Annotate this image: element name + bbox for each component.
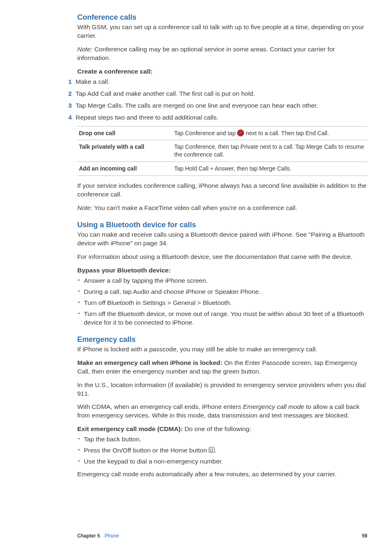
- list-item: Use the keypad to dial a non-emergency n…: [77, 457, 367, 466]
- list-item: During a call, tap Audio and choose iPho…: [77, 288, 367, 296]
- table-cell-left: Add an incoming call: [77, 162, 173, 176]
- heading-bluetooth: Using a Bluetooth device for calls: [77, 220, 367, 230]
- step-number: 2: [68, 90, 76, 98]
- end-call-icon: [237, 129, 244, 136]
- table-row: Drop one call Tap Conference and tap nex…: [77, 126, 367, 140]
- table-row: Talk privately with a call Tap Conferenc…: [77, 140, 367, 162]
- step-text: Tap Add Call and make another call. The …: [76, 90, 255, 97]
- exit-emergency-list: Tap the back button. Press the On/Off bu…: [77, 435, 367, 466]
- create-conference-label: Create a conference call:: [77, 67, 367, 76]
- bullet-text: Press the On/Off button or the Home butt…: [84, 447, 209, 454]
- conference-steps-list: 1Make a call. 2Tap Add Call and make ano…: [77, 78, 367, 122]
- list-item: Tap the back button.: [77, 435, 367, 444]
- bypass-bluetooth-label: Bypass your Bluetooth device:: [77, 266, 367, 275]
- step-text: Repeat steps two and three to add additi…: [76, 114, 218, 121]
- list-item: Turn off Bluetooth in Settings > General…: [77, 299, 367, 307]
- heading-conference-calls: Conference calls: [77, 12, 367, 22]
- table-cell-left: Talk privately with a call: [77, 140, 173, 162]
- bullet-text: During a call, tap Audio and choose iPho…: [84, 288, 261, 295]
- paragraph-text: Do one of the following:: [184, 425, 251, 432]
- note-text: You can't make a FaceTime video call whe…: [94, 204, 297, 211]
- table-row: Add an incoming call Tap Hold Call + Ans…: [77, 162, 367, 176]
- step-number: 4: [68, 113, 76, 122]
- table-cell-right: Tap Conference and tap next to a call. T…: [173, 126, 367, 140]
- bluetooth-bypass-list: Answer a call by tapping the iPhone scre…: [77, 277, 367, 327]
- step-number: 3: [68, 101, 76, 110]
- make-emergency-label: Make an emergency call when iPhone is lo…: [77, 359, 222, 366]
- bullet-text: Turn off Bluetooth in Settings > General…: [84, 299, 231, 306]
- paragraph: With CDMA, when an emergency call ends, …: [77, 403, 367, 420]
- bullet-text: Use the keypad to dial a non-emergency n…: [84, 458, 223, 465]
- cell-text: Tap Conference and tap: [174, 130, 237, 136]
- paragraph: For information about using a Bluetooth …: [77, 253, 367, 261]
- list-item: Answer a call by tapping the iPhone scre…: [77, 277, 367, 285]
- home-button-icon: [209, 447, 214, 453]
- note-text: Conference calling may be an optional se…: [77, 46, 335, 61]
- list-item: 4Repeat steps two and three to add addit…: [68, 113, 367, 122]
- paragraph: Emergency call mode ends automatically a…: [77, 470, 367, 479]
- paragraph-text: With CDMA, when an emergency call ends, …: [77, 403, 243, 410]
- paragraph: In the U.S., location information (if av…: [77, 381, 367, 398]
- list-item: 1Make a call.: [68, 78, 367, 86]
- paragraph: Make an emergency call when iPhone is lo…: [77, 359, 367, 376]
- cell-text: next to a call. Then tap End Call.: [244, 130, 329, 136]
- list-item: Press the On/Off button or the Home butt…: [77, 446, 367, 455]
- note-paragraph: Note: Conference calling may be an optio…: [77, 45, 367, 62]
- note-label: Note:: [77, 46, 92, 53]
- note-label: Note:: [77, 204, 92, 211]
- page-footer: Chapter 5 Phone 59: [77, 533, 367, 539]
- footer-page-number: 59: [362, 533, 367, 539]
- exit-emergency-label: Exit emergency call mode (CDMA):: [77, 425, 183, 432]
- step-number: 1: [68, 78, 76, 86]
- table-cell-right: Tap Conference, then tap Private next to…: [173, 140, 367, 162]
- step-text: Make a call.: [76, 78, 110, 85]
- paragraph: If iPhone is locked with a passcode, you…: [77, 345, 367, 354]
- paragraph: If your service includes conference call…: [77, 182, 367, 199]
- paragraph: Exit emergency call mode (CDMA): Do one …: [77, 425, 367, 434]
- footer-chapter-label: Chapter 5: [77, 533, 100, 539]
- bullet-text: Tap the back button.: [84, 436, 141, 443]
- step-text: Tap Merge Calls. The calls are merged on…: [76, 102, 318, 109]
- note-paragraph: Note: You can't make a FaceTime video ca…: [77, 204, 367, 212]
- list-item: 3Tap Merge Calls. The calls are merged o…: [68, 101, 367, 110]
- conference-actions-table: Drop one call Tap Conference and tap nex…: [77, 126, 367, 176]
- list-item: 2Tap Add Call and make another call. The…: [68, 90, 367, 98]
- paragraph: With GSM, you can set up a conference ca…: [77, 23, 367, 40]
- page-content: Conference calls With GSM, you can set u…: [0, 0, 392, 549]
- paragraph: You can make and receive calls using a B…: [77, 231, 367, 248]
- list-item: Turn off the Bluetooth device, or move o…: [77, 310, 367, 327]
- table-cell-left: Drop one call: [77, 126, 173, 140]
- bullet-text: Turn off the Bluetooth device, or move o…: [84, 310, 364, 326]
- bullet-text: Answer a call by tapping the iPhone scre…: [84, 277, 208, 284]
- footer-chapter-name: Phone: [105, 533, 119, 539]
- emergency-mode-term: Emergency call mode: [243, 403, 304, 410]
- heading-emergency: Emergency calls: [77, 334, 367, 344]
- table-cell-right: Tap Hold Call + Answer, then tap Merge C…: [173, 162, 367, 176]
